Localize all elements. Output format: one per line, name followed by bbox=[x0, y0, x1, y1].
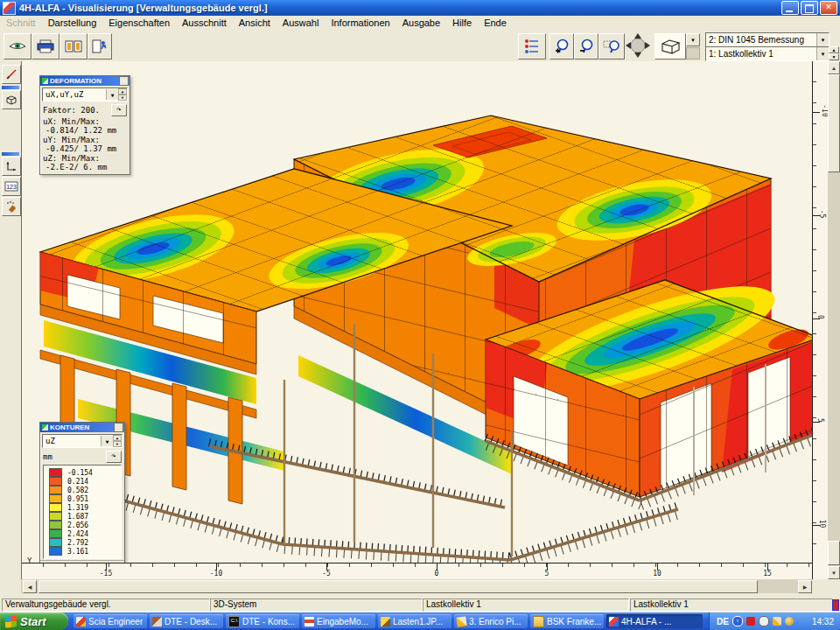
scale-value: 2.424 bbox=[67, 530, 88, 538]
chevron-down-icon[interactable]: ▼ bbox=[816, 33, 829, 46]
design-combo[interactable]: 2: DIN 1045 Bemessung ▼ bbox=[705, 32, 830, 47]
scroll-right-icon[interactable]: ▶ bbox=[798, 580, 812, 593]
uz-minmax-value: -2.E-2/ 6. mm bbox=[40, 163, 130, 174]
solid-view-button[interactable] bbox=[2, 90, 21, 109]
folder-icon bbox=[533, 616, 544, 627]
y-tick-label: 0 bbox=[816, 315, 824, 319]
x-tick-label: -10 bbox=[210, 570, 222, 578]
task-scia-engineer[interactable]: Scia Engineer bbox=[74, 614, 147, 628]
task-bsk-franke[interactable]: BSK Franke... bbox=[530, 614, 604, 628]
menu-auswahl[interactable]: Auswahl bbox=[276, 18, 326, 28]
konturen-panel[interactable]: KONTUREN ▾ uZ ▼ ▲▼ mm ↷ -0.154 0.214 0.5… bbox=[39, 422, 125, 584]
task-lasten1-jpg[interactable]: Lasten1.JP... bbox=[378, 614, 452, 628]
task-eingabemo[interactable]: EingabeMo... bbox=[302, 614, 375, 628]
horizontal-scrollbar[interactable]: ◀ ▶ bbox=[21, 579, 812, 593]
zoom-out-button[interactable] bbox=[574, 33, 598, 60]
loadcase-spinner[interactable]: ▲▼ bbox=[829, 46, 839, 60]
deformation-panel[interactable]: DEFORMATION ▾ uX,uY,uZ ▼ ▲▼ Faktor: 200.… bbox=[39, 75, 130, 175]
minimize-button[interactable] bbox=[781, 1, 799, 15]
status-bar: Verwaltungsgebäude vergl. 3D-System Last… bbox=[0, 597, 840, 612]
konturen-component-combo[interactable]: uZ ▼ ▲▼ bbox=[42, 434, 122, 448]
zoom-in-icon bbox=[554, 38, 570, 54]
task-4h-alfa[interactable]: 4H-ALFA - ... bbox=[606, 614, 703, 628]
tray-red-app-icon[interactable] bbox=[746, 617, 755, 626]
axes-button[interactable] bbox=[2, 157, 21, 176]
status-loadcase-2: Lastkollektiv 1 bbox=[630, 598, 833, 612]
image-file-icon bbox=[381, 617, 390, 626]
mini-titlebar[interactable] bbox=[2, 86, 19, 89]
structure-tree-button[interactable] bbox=[518, 33, 546, 60]
status-loadcase-1: Lastkollektiv 1 bbox=[423, 598, 629, 612]
close-button[interactable]: ✕ bbox=[820, 1, 837, 15]
book-icon bbox=[65, 39, 82, 53]
tray-badge-icon[interactable] bbox=[785, 617, 794, 626]
hide-icons-chevron-icon[interactable]: ‹ bbox=[732, 616, 743, 626]
view-3d-dropdown-button[interactable]: ▼ bbox=[686, 33, 700, 46]
console-icon: C:\ bbox=[228, 616, 240, 627]
chevron-down-icon[interactable]: ▼ bbox=[106, 89, 118, 100]
pen-icon bbox=[5, 68, 18, 80]
language-indicator[interactable]: DE bbox=[717, 617, 729, 626]
restore-button[interactable] bbox=[801, 1, 818, 15]
refresh-button[interactable]: ↷ bbox=[106, 451, 122, 463]
alfa-icon bbox=[609, 617, 619, 626]
scale-value: 0.951 bbox=[67, 495, 88, 503]
scale-swatch bbox=[49, 477, 62, 486]
print-button[interactable] bbox=[32, 33, 60, 60]
view-button[interactable] bbox=[4, 33, 32, 60]
task-enrico[interactable]: 3. Enrico Pi... bbox=[454, 614, 528, 628]
loadcase-combo[interactable]: 1: Lastkollektiv 1 ▼ bbox=[705, 46, 830, 61]
zoom-window-button[interactable] bbox=[598, 33, 625, 60]
pan-control[interactable] bbox=[625, 32, 651, 62]
pencil-icon bbox=[456, 616, 466, 626]
deformation-factor: Faktor: 200. bbox=[43, 106, 100, 115]
menu-ende[interactable]: Ende bbox=[478, 18, 513, 28]
chevron-down-icon[interactable]: ▼ bbox=[101, 436, 113, 446]
uz-minmax-label: uZ: Min/Max: bbox=[40, 154, 130, 163]
menu-informationen[interactable]: Informationen bbox=[325, 18, 396, 28]
tray-pencil-icon[interactable] bbox=[773, 617, 781, 626]
konturen-panel-titlebar[interactable]: KONTUREN ▾ bbox=[40, 423, 124, 432]
panel-menu-icon[interactable]: ▾ bbox=[119, 76, 129, 86]
menu-eigenschaften[interactable]: Eigenschaften bbox=[102, 18, 176, 28]
mini-titlebar[interactable] bbox=[2, 152, 19, 156]
status-indicator-icon bbox=[832, 599, 839, 611]
tray-white-app-icon[interactable] bbox=[759, 616, 769, 626]
view-3d-option-box[interactable] bbox=[686, 47, 700, 60]
vertical-scroll-thumb[interactable] bbox=[828, 74, 840, 172]
vertical-scrollbar[interactable]: ▲ ▼ bbox=[828, 61, 840, 579]
scroll-left-icon[interactable]: ◀ bbox=[23, 580, 37, 593]
3d-viewport[interactable]: DEFORMATION ▾ uX,uY,uZ ▼ ▲▼ Faktor: 200.… bbox=[21, 61, 812, 579]
exit-button[interactable] bbox=[88, 33, 112, 60]
deformation-panel-titlebar[interactable]: DEFORMATION ▾ bbox=[40, 76, 130, 86]
menu-ausgabe[interactable]: Ausgabe bbox=[396, 18, 446, 28]
start-button[interactable]: Start bbox=[0, 612, 68, 630]
konturen-spinner[interactable]: ▲▼ bbox=[113, 435, 122, 447]
task-dte-konsole[interactable]: C:\ DTE - Kons... bbox=[226, 614, 299, 628]
scroll-up-icon[interactable]: ▲ bbox=[828, 61, 840, 74]
scale-value: 1.319 bbox=[67, 504, 88, 512]
draw-section-button[interactable] bbox=[2, 65, 21, 84]
values-button[interactable]: 123 bbox=[2, 177, 21, 196]
refresh-button[interactable]: ↷ bbox=[111, 104, 127, 116]
tree-list-icon bbox=[523, 38, 541, 54]
fem-model-view[interactable] bbox=[22, 61, 813, 578]
menu-ausschnitt[interactable]: Ausschnitt bbox=[176, 18, 233, 28]
scale-value: 2.056 bbox=[67, 522, 88, 529]
view-3d-button[interactable] bbox=[654, 33, 686, 60]
menu-ansicht[interactable]: Ansicht bbox=[233, 18, 276, 28]
deformation-spinner[interactable]: ▲▼ bbox=[118, 88, 127, 101]
chevron-down-icon[interactable]: ▼ bbox=[816, 47, 829, 60]
menu-darstellung[interactable]: Darstellung bbox=[42, 18, 103, 28]
horizontal-scroll-thumb[interactable] bbox=[38, 580, 758, 593]
pages-button[interactable] bbox=[60, 33, 88, 60]
scroll-down-icon[interactable]: ▼ bbox=[828, 566, 840, 579]
zoom-in-button[interactable] bbox=[550, 33, 574, 60]
deformation-component-combo[interactable]: uX,uY,uZ ▼ ▲▼ bbox=[42, 88, 128, 102]
vertical-scroll-thumb2[interactable] bbox=[828, 541, 840, 565]
panel-menu-icon[interactable]: ▾ bbox=[114, 423, 123, 432]
window-title-bar[interactable]: 4H-ALFA - Visualisierung [Verwaltungsgeb… bbox=[0, 0, 840, 16]
render-button[interactable] bbox=[2, 197, 21, 216]
task-dte-desk[interactable]: DTE - Desk... bbox=[150, 614, 223, 628]
menu-hilfe[interactable]: Hilfe bbox=[446, 18, 478, 28]
